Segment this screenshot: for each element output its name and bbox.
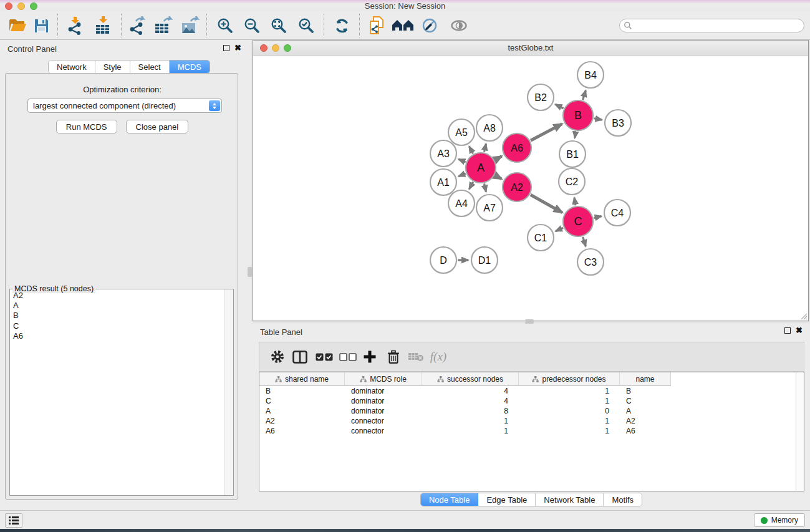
table-cell[interactable]: B — [259, 387, 345, 395]
table-cell[interactable]: A — [259, 407, 345, 415]
table-cell[interactable]: C — [259, 397, 345, 405]
mcds-result-scrollbar[interactable] — [224, 289, 233, 495]
table-cell[interactable]: A2 — [620, 417, 671, 425]
graph-edge-A-A5[interactable] — [469, 147, 473, 153]
zoom-in-button[interactable] — [213, 14, 238, 37]
graph-edge-A-A6[interactable] — [495, 157, 502, 160]
graph-edge-B-B2[interactable] — [555, 104, 563, 108]
graph-node-A4[interactable]: A4 — [448, 190, 475, 216]
network-canvas[interactable]: AA1A2A3A4A5A6A7A8BB1B2B3B4CC1C2C3C4DD1 — [253, 56, 808, 321]
tab-select[interactable]: Select — [130, 60, 170, 74]
graph-edge-A2-C[interactable] — [531, 195, 562, 213]
graph-node-A[interactable]: A — [466, 153, 496, 183]
table-scrollbar[interactable] — [796, 372, 804, 491]
run-mcds-button[interactable]: Run MCDS — [56, 120, 117, 133]
graph-edge-A-A7[interactable] — [485, 183, 486, 191]
graph-edge-C-C3[interactable] — [583, 237, 586, 246]
table-cell[interactable]: A6 — [259, 427, 345, 435]
graph-node-D1[interactable]: D1 — [471, 247, 498, 273]
search-field[interactable] — [619, 19, 804, 32]
table-cell[interactable]: 0 — [519, 407, 620, 415]
zoom-selected-button[interactable] — [294, 14, 319, 37]
export-table-button[interactable] — [150, 14, 175, 37]
table-cell[interactable]: A2 — [259, 417, 345, 425]
window-resize-grip[interactable] — [799, 311, 808, 320]
graph-edge-B-B3[interactable] — [594, 118, 602, 120]
graph-node-B2[interactable]: B2 — [528, 84, 554, 110]
table-cell[interactable]: dominator — [345, 387, 422, 395]
table-row[interactable]: A6connector11A6 — [259, 426, 804, 436]
table-cell[interactable]: 4 — [422, 387, 519, 395]
export-network-button[interactable] — [124, 14, 149, 37]
hide-graphics-details-button[interactable] — [417, 14, 442, 37]
export-image-button[interactable] — [177, 14, 202, 37]
table-tab-node-table[interactable]: Node Table — [421, 493, 479, 506]
table-cell[interactable]: B — [620, 387, 671, 395]
table-cell[interactable]: connector — [345, 427, 422, 435]
mcds-result-item[interactable]: B — [11, 311, 224, 321]
task-history-button[interactable] — [5, 513, 22, 528]
close-panel-icon[interactable]: ✖ — [234, 45, 241, 51]
show-column-button[interactable] — [289, 346, 311, 367]
create-column-button[interactable] — [359, 346, 380, 367]
table-cell[interactable]: connector — [345, 417, 422, 425]
graph-node-A1[interactable]: A1 — [430, 169, 456, 195]
mcds-result-item[interactable]: A2 — [11, 291, 224, 301]
table-cell[interactable]: 1 — [422, 427, 519, 435]
delete-columns-button[interactable] — [383, 346, 404, 367]
delete-table-button[interactable] — [405, 346, 427, 367]
graph-edge-A6-B[interactable] — [531, 124, 562, 141]
table-cell[interactable]: 1 — [422, 417, 519, 425]
criterion-dropdown[interactable]: largest connected component (directed) — [27, 99, 222, 113]
table-tab-edge-table[interactable]: Edge Table — [478, 493, 536, 506]
first-neighbors-button[interactable] — [390, 14, 415, 37]
table-row[interactable]: A2connector11A2 — [259, 416, 804, 426]
graph-node-C[interactable]: C — [563, 206, 593, 236]
import-network-button[interactable] — [62, 14, 87, 37]
search-input[interactable] — [632, 20, 804, 31]
horizontal-splitter-handle[interactable] — [525, 319, 534, 324]
graph-node-C1[interactable]: C1 — [528, 225, 554, 251]
table-row[interactable]: Cdominator41C — [259, 396, 804, 406]
mcds-result-item[interactable]: A6 — [11, 331, 224, 341]
table-cell[interactable]: 8 — [422, 407, 519, 415]
table-cell[interactable]: 1 — [519, 397, 620, 405]
zoom-fit-button[interactable] — [266, 14, 291, 37]
zoom-out-button[interactable] — [239, 14, 264, 37]
graph-edge-A-A3[interactable] — [458, 159, 465, 162]
graph-edge-C-C2[interactable] — [574, 198, 576, 206]
table-cell[interactable]: 4 — [422, 397, 519, 405]
column-header-successor-nodes[interactable]: successor nodes — [422, 372, 519, 386]
select-all-button[interactable] — [314, 346, 335, 367]
mcds-result-item[interactable]: A — [11, 301, 224, 311]
graph-node-B[interactable]: B — [563, 100, 593, 130]
graph-node-C4[interactable]: C4 — [604, 200, 630, 226]
graph-edge-A-A2[interactable] — [495, 175, 501, 179]
open-session-button[interactable] — [5, 14, 30, 37]
tab-network[interactable]: Network — [49, 60, 95, 74]
graph-edge-C-C1[interactable] — [556, 228, 563, 231]
column-header-predecessor-nodes[interactable]: predecessor nodes — [519, 372, 620, 386]
table-cell[interactable]: dominator — [345, 397, 422, 405]
table-settings-button[interactable] — [267, 346, 288, 367]
graph-node-A6[interactable]: A6 — [503, 133, 531, 162]
close-table-panel-icon[interactable]: ✖ — [796, 327, 803, 334]
deselect-all-button[interactable] — [337, 346, 359, 367]
graph-edge-A-A4[interactable] — [469, 182, 473, 189]
column-header-shared-name[interactable]: shared name — [259, 372, 345, 386]
table-tab-motifs[interactable]: Motifs — [604, 493, 642, 506]
tab-mcds[interactable]: MCDS — [170, 60, 210, 74]
graph-edge-A-A8[interactable] — [485, 143, 486, 152]
table-cell[interactable]: dominator — [345, 407, 422, 415]
graph-node-C3[interactable]: C3 — [577, 249, 604, 275]
table-cell[interactable]: A — [620, 407, 671, 415]
graph-node-A2[interactable]: A2 — [503, 173, 531, 201]
graph-node-B3[interactable]: B3 — [605, 110, 631, 136]
graph-edge-A-A1[interactable] — [458, 173, 465, 176]
table-tab-network-table[interactable]: Network Table — [536, 493, 604, 506]
save-session-button[interactable] — [29, 14, 54, 37]
graph-edge-C-C4[interactable] — [594, 216, 601, 218]
table-cell[interactable]: 1 — [519, 427, 620, 435]
graph-node-C2[interactable]: C2 — [559, 168, 585, 195]
close-panel-button[interactable]: Close panel — [126, 120, 189, 133]
